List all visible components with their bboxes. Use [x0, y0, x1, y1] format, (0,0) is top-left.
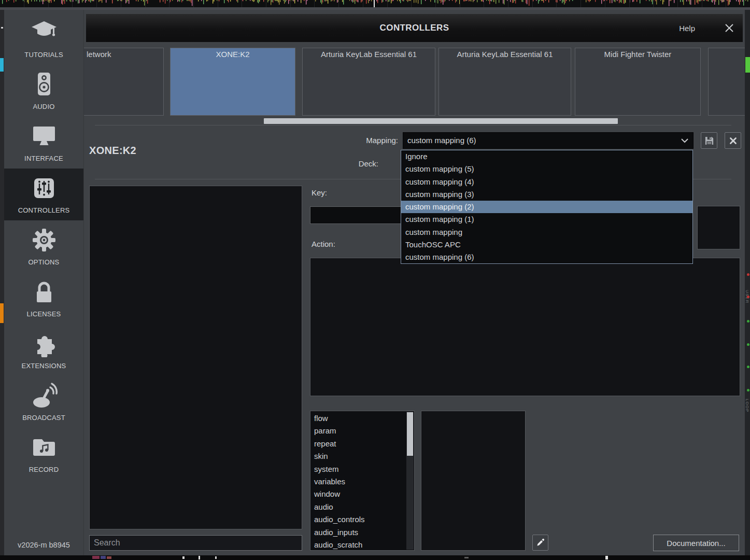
- right-edge-vertical-text: LOOP: [745, 399, 749, 412]
- mapping-option[interactable]: custom mapping (4): [401, 176, 692, 188]
- sidebar-item-interface[interactable]: INTERFACE: [4, 117, 83, 169]
- lock-icon: [31, 278, 58, 305]
- action-picker-button[interactable]: [532, 535, 548, 551]
- sidebar-item-options[interactable]: OPTIONS: [4, 220, 83, 272]
- action-label: Action:: [312, 240, 335, 248]
- category-scrollbar-thumb[interactable]: [407, 412, 413, 456]
- speaker-icon: [31, 71, 58, 98]
- action-category[interactable]: param: [314, 425, 414, 437]
- device-keys-list-panel[interactable]: [89, 186, 302, 529]
- controller-card-midi-fighter[interactable]: Midi Fighter Twister: [575, 48, 701, 116]
- controller-card-label: Arturia KeyLab Essential 61: [439, 48, 571, 59]
- chevron-down-icon: [681, 137, 689, 144]
- controller-card-list: letwork XONE:K2 Arturia KeyLab Essential…: [84, 48, 745, 116]
- mapping-option[interactable]: custom mapping (1): [401, 213, 692, 226]
- sidebar-item-label: LICENSES: [27, 310, 61, 318]
- bottom-edge-noise: [92, 556, 100, 559]
- puzzle-icon: [31, 330, 58, 357]
- music-folder-icon: [31, 434, 58, 461]
- selected-device-title: XONE:K2: [89, 145, 136, 157]
- sidebar-item-label: INTERFACE: [24, 155, 63, 162]
- sidebar-item-audio[interactable]: AUDIO: [4, 65, 83, 117]
- controller-card-xonek2[interactable]: XONE:K2: [170, 48, 295, 116]
- action-script-editor[interactable]: [310, 258, 740, 396]
- action-category[interactable]: audio_scratch: [314, 539, 414, 551]
- background-app-left-edge: [0, 10, 4, 560]
- bottom-edge-noise: [101, 556, 106, 559]
- cards-scrollbar-thumb[interactable]: [264, 118, 618, 124]
- bottom-edge-mark: [464, 557, 469, 558]
- mapping-label: Mapping:: [333, 136, 398, 145]
- action-category[interactable]: flow: [314, 412, 414, 425]
- action-category[interactable]: audio: [314, 501, 414, 513]
- mapping-option[interactable]: TouchOSC APC: [401, 239, 692, 251]
- mapping-option[interactable]: custom mapping: [401, 226, 692, 239]
- right-edge-red-dot: [747, 296, 749, 298]
- mapping-option[interactable]: Ignore: [401, 150, 692, 163]
- documentation-button[interactable]: Documentation...: [653, 535, 739, 551]
- mapping-dropdown-list: Ignore custom mapping (5) custom mapping…: [401, 150, 693, 264]
- mapping-dropdown[interactable]: custom mapping (6): [403, 132, 694, 149]
- action-category-list: flow param repeat skin system variables …: [310, 411, 415, 551]
- controller-card-label: letwork: [84, 48, 163, 59]
- controller-card-label: XONE:K2: [171, 48, 295, 59]
- sidebar-item-label: CONTROLLERS: [18, 206, 70, 214]
- sidebar-item-controllers[interactable]: CONTROLLERS: [4, 169, 83, 220]
- key-label: Key:: [312, 188, 327, 197]
- sidebar-item-broadcast[interactable]: BROADCAST: [4, 376, 83, 428]
- controller-card-keylab-1[interactable]: Arturia KeyLab Essential 61: [302, 48, 435, 116]
- controllers-page: CONTROLLERS Help letwork XONE:K2 Arturia…: [84, 10, 745, 555]
- sidebar-item-label: BROADCAST: [22, 414, 65, 422]
- left-edge-tick: [1, 27, 3, 29]
- action-category[interactable]: repeat: [314, 438, 414, 450]
- bottom-edge-noise: [107, 556, 111, 559]
- graduation-cap-icon: [31, 19, 58, 46]
- action-category[interactable]: audio_inputs: [314, 526, 414, 539]
- action-category[interactable]: audio_controls: [314, 513, 414, 526]
- mapping-option[interactable]: custom mapping (5): [401, 163, 692, 175]
- controller-card-clipped[interactable]: [708, 48, 745, 116]
- bottom-edge-mark: [182, 556, 185, 559]
- sidebar-item-extensions[interactable]: EXTENSIONS: [4, 324, 83, 376]
- sidebar-item-licenses[interactable]: LICENSES: [4, 272, 83, 324]
- left-edge-orange-blip: [0, 303, 4, 323]
- help-button[interactable]: Help: [679, 14, 695, 42]
- mapping-option[interactable]: custom mapping (3): [401, 188, 692, 201]
- sidebar-item-label: AUDIO: [33, 103, 54, 110]
- right-edge-green-dot: [747, 366, 749, 368]
- delete-mapping-button[interactable]: [725, 132, 741, 149]
- right-edge-red-dot: [747, 273, 749, 276]
- action-category[interactable]: system: [314, 463, 414, 475]
- controller-card-network[interactable]: letwork: [84, 48, 164, 116]
- controller-card-label: Midi Fighter Twister: [575, 48, 700, 59]
- action-category[interactable]: skin: [314, 450, 414, 463]
- close-icon[interactable]: [724, 14, 734, 42]
- sidebar-item-label: EXTENSIONS: [22, 362, 66, 370]
- sidebar-item-tutorials[interactable]: TUTORIALS: [4, 13, 83, 65]
- bottom-edge-mark: [199, 556, 200, 559]
- action-category[interactable]: window: [314, 488, 414, 500]
- right-edge-green-meter: [745, 57, 750, 73]
- controller-card-label: [709, 48, 745, 50]
- action-category[interactable]: variables: [314, 475, 414, 488]
- mixer-sliders-icon: [31, 175, 58, 202]
- sidebar-item-label: OPTIONS: [29, 258, 60, 266]
- controller-card-label: Arturia KeyLab Essential 61: [303, 48, 435, 59]
- bottom-edge-mark: [605, 556, 608, 559]
- page-title: CONTROLLERS: [380, 23, 449, 33]
- deck-label: Deck:: [333, 159, 378, 168]
- mapping-option-highlighted[interactable]: custom mapping (2): [401, 201, 692, 213]
- mapping-option[interactable]: custom mapping (6): [401, 251, 692, 263]
- save-icon: [704, 136, 714, 146]
- save-mapping-button[interactable]: [701, 132, 717, 149]
- category-scrollbar[interactable]: [406, 412, 414, 550]
- sidebar-item-record[interactable]: RECORD: [4, 428, 83, 480]
- screen: USER LOOP TUTORIALS: [0, 0, 750, 560]
- background-app-bottom-edge: [0, 555, 750, 560]
- search-input[interactable]: [90, 536, 302, 550]
- controller-card-keylab-2[interactable]: Arturia KeyLab Essential 61: [438, 48, 571, 116]
- waveform-overview: [0, 0, 750, 7]
- action-detail-panel[interactable]: [421, 411, 526, 551]
- sidebar-item-label: TUTORIALS: [24, 51, 63, 59]
- mapping-selected-value: custom mapping (6): [407, 133, 476, 148]
